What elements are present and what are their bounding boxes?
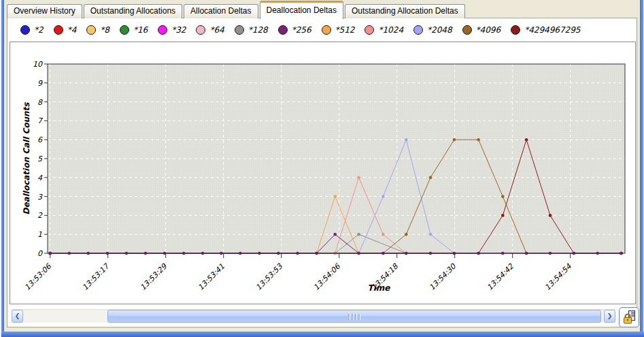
svg-text:13:53:53: 13:53:53 bbox=[254, 261, 285, 292]
svg-text:0: 0 bbox=[37, 249, 43, 258]
legend-label: *1024 bbox=[378, 25, 403, 35]
legend-label: *256 bbox=[292, 25, 311, 35]
legend-label: *2 bbox=[34, 25, 44, 35]
chart-canvas[interactable]: 01234567891013:53:0613:53:1713:53:2913:5… bbox=[10, 42, 635, 304]
legend-dot-icon bbox=[322, 25, 331, 35]
tab-outstanding-allocation-deltas[interactable]: Outstanding Allocation Deltas bbox=[345, 4, 465, 18]
legend-label: *128 bbox=[248, 25, 268, 35]
legend-dot-icon bbox=[158, 25, 167, 35]
legend-item-2048: *2048 bbox=[413, 25, 452, 35]
tab-overview-history[interactable]: Overview History bbox=[7, 4, 82, 18]
tab-deallocation-deltas[interactable]: Deallocation Deltas bbox=[260, 1, 343, 19]
legend-item-4294967295: *4294967295 bbox=[511, 25, 580, 35]
legend-label: *512 bbox=[335, 25, 355, 35]
deallocation-deltas-chart[interactable]: 01234567891013:53:0613:53:1713:53:2913:5… bbox=[10, 42, 636, 304]
svg-text:13:53:41: 13:53:41 bbox=[197, 262, 226, 292]
legend-item-4096: *4096 bbox=[462, 25, 501, 35]
legend-dot-icon bbox=[196, 25, 205, 35]
legend-item-4: *4 bbox=[54, 25, 77, 35]
window-border-left bbox=[1, 0, 4, 337]
scroll-right-button[interactable]: ❯ bbox=[604, 310, 615, 323]
legend-label: *4096 bbox=[476, 25, 501, 35]
svg-text:7: 7 bbox=[37, 116, 44, 125]
legend-dot-icon bbox=[20, 25, 30, 35]
svg-text:10: 10 bbox=[33, 60, 43, 69]
legend-item-1024: *1024 bbox=[365, 25, 403, 35]
svg-text:13:54:42: 13:54:42 bbox=[486, 261, 516, 292]
svg-text:1: 1 bbox=[37, 230, 42, 239]
svg-text:13:54:30: 13:54:30 bbox=[428, 261, 458, 292]
legend-label: *4 bbox=[67, 25, 77, 35]
horizontal-scrollbar[interactable]: ❮ ❯ bbox=[12, 309, 615, 323]
legend-label: *32 bbox=[171, 25, 186, 35]
scroll-left-button[interactable]: ❮ bbox=[12, 310, 23, 323]
legend-label: *64 bbox=[209, 25, 224, 35]
svg-text:13:54:54: 13:54:54 bbox=[543, 261, 574, 292]
legend-dot-icon bbox=[86, 25, 96, 35]
legend-label: *16 bbox=[133, 25, 148, 35]
svg-text:13:54:06: 13:54:06 bbox=[312, 261, 343, 292]
deallocation-deltas-tab-page: *2*4*8*16*32*64*128*256*512*1024*2048*40… bbox=[7, 18, 637, 327]
tab-bar: Overview HistoryOutstanding AllocationsA… bbox=[7, 1, 636, 18]
svg-text:2: 2 bbox=[37, 211, 43, 220]
legend-dot-icon bbox=[235, 25, 244, 35]
window-border-bottom bbox=[1, 332, 644, 337]
legend-item-32: *32 bbox=[158, 25, 186, 35]
legend-dot-icon bbox=[278, 25, 288, 35]
svg-text:13:53:06: 13:53:06 bbox=[23, 261, 54, 292]
svg-text:13:53:29: 13:53:29 bbox=[139, 261, 169, 292]
chart-legend: *2*4*8*16*32*64*128*256*512*1024*2048*40… bbox=[20, 23, 580, 37]
legend-label: *2048 bbox=[427, 25, 452, 35]
legend-item-8: *8 bbox=[86, 25, 109, 35]
scroll-left-icon: ❮ bbox=[15, 312, 20, 319]
legend-item-64: *64 bbox=[196, 25, 224, 35]
tab-allocation-deltas[interactable]: Allocation Deltas bbox=[184, 4, 258, 18]
svg-text:5: 5 bbox=[37, 155, 43, 163]
legend-item-128: *128 bbox=[235, 25, 268, 35]
svg-text:Deallocation Call Counts: Deallocation Call Counts bbox=[22, 102, 31, 215]
profiler-window: Overview HistoryOutstanding AllocationsA… bbox=[0, 0, 644, 337]
padlock-icon bbox=[622, 310, 637, 325]
legend-item-256: *256 bbox=[278, 25, 311, 35]
legend-dot-icon bbox=[54, 25, 63, 35]
legend-dot-icon bbox=[462, 25, 472, 35]
legend-item-2: *2 bbox=[20, 25, 44, 35]
svg-text:3: 3 bbox=[37, 193, 43, 202]
lock-scroll-button[interactable] bbox=[619, 307, 639, 327]
scroll-right-icon: ❯ bbox=[607, 312, 613, 319]
scrollbar-grip-icon bbox=[348, 314, 360, 320]
legend-label: *4294967295 bbox=[524, 25, 580, 35]
svg-text:Time: Time bbox=[368, 283, 391, 293]
svg-text:9: 9 bbox=[37, 79, 43, 88]
legend-dot-icon bbox=[413, 25, 423, 35]
legend-dot-icon bbox=[511, 25, 520, 35]
legend-item-16: *16 bbox=[120, 25, 148, 35]
legend-dot-icon bbox=[365, 25, 374, 35]
window-border-right bbox=[640, 0, 643, 337]
svg-text:6: 6 bbox=[37, 135, 43, 144]
tab-outstanding-allocations[interactable]: Outstanding Allocations bbox=[84, 4, 182, 18]
svg-text:13:53:17: 13:53:17 bbox=[81, 261, 112, 293]
legend-item-512: *512 bbox=[322, 25, 355, 35]
scrollbar-thumb[interactable] bbox=[107, 310, 601, 323]
svg-text:8: 8 bbox=[37, 98, 43, 107]
legend-label: *8 bbox=[100, 25, 109, 35]
legend-dot-icon bbox=[120, 25, 129, 35]
svg-text:4: 4 bbox=[37, 174, 43, 182]
